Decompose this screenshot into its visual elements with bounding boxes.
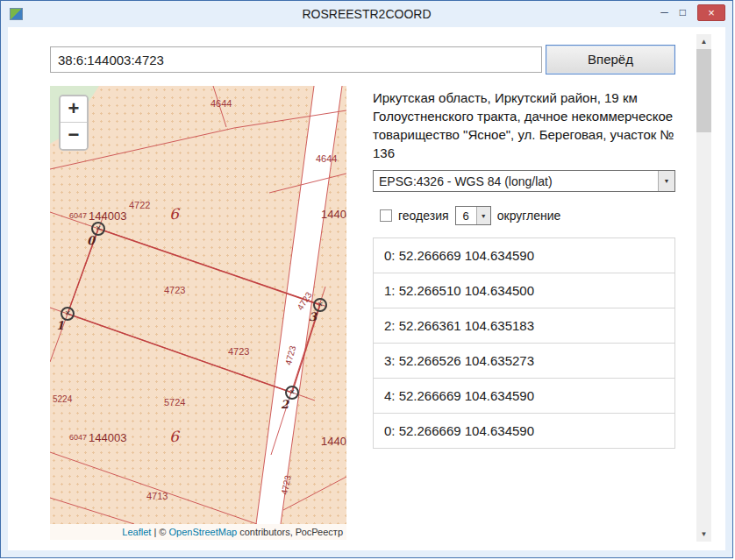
parcel-label: 5724 [164, 397, 185, 408]
chevron-down-icon[interactable]: ▼ [658, 171, 674, 191]
parcel-label: 4722 [129, 200, 150, 210]
caption-buttons: ─ □ × [660, 3, 725, 22]
vertex-marker-label: 3 [309, 310, 317, 323]
scrollbar-thumb[interactable] [696, 49, 711, 132]
coordinates-list: 0: 52.266669 104.634590 1: 52.266510 104… [373, 237, 675, 449]
parcel-label: 1440 [321, 208, 346, 221]
coordinate-row[interactable]: 2: 52.266361 104.635183 [373, 308, 675, 344]
maximize-button[interactable]: □ [680, 4, 686, 21]
coordinate-row[interactable]: 0: 52.266669 104.634590 [373, 237, 675, 273]
parcel-label: 4723 [228, 346, 249, 357]
parcel-label: 6047 [69, 211, 87, 220]
app-icon[interactable] [10, 8, 23, 20]
geodesy-label: геодезия [398, 209, 449, 223]
crs-selected-value: EPSG:4326 - WGS 84 (long/lat) [379, 174, 553, 188]
cadastral-number-input[interactable] [50, 46, 542, 73]
zoom-out-button[interactable]: − [61, 123, 87, 149]
vertex-marker-label: 0 [87, 234, 95, 247]
parcel-label: 6047 [69, 433, 87, 442]
parcel-label: 4644 [316, 153, 337, 164]
parcel-label: 4713 [146, 491, 168, 501]
info-panel: Иркутская область, Иркутский район, 19 к… [373, 89, 675, 162]
scroll-up-icon[interactable]: ▲ [696, 34, 711, 49]
parcel-label: 4644 [211, 98, 232, 109]
coordinate-row[interactable]: 4: 52.266669 104.634590 [373, 378, 675, 414]
window-title: ROSREESTR2COORD [1, 1, 732, 27]
map-canvas[interactable]: 4644464447226047144003614404723472347234… [50, 86, 346, 524]
parcel-label: 4723 [164, 285, 185, 295]
vertical-scrollbar[interactable]: ▲ ▼ [696, 34, 711, 542]
parcel-label: 6 [169, 205, 179, 223]
close-button[interactable]: × [697, 4, 725, 21]
vertex-marker-label: 1 [56, 319, 64, 332]
parcel-label: 1440 [321, 435, 346, 448]
scroll-down-icon[interactable]: ▼ [696, 527, 711, 542]
rounding-select[interactable]: 6 ▼ [455, 206, 491, 225]
chevron-down-icon[interactable]: ▼ [476, 207, 490, 224]
rounding-label: округление [497, 209, 561, 223]
app-window: ROSREESTR2COORD ─ □ × Вперёд [0, 0, 733, 558]
leaflet-link[interactable]: Leaflet [122, 527, 151, 537]
coordinate-row[interactable]: 3: 52.266526 104.635273 [373, 343, 675, 379]
forward-button[interactable]: Вперёд [546, 45, 675, 74]
crs-select[interactable]: EPSG:4326 - WGS 84 (long/lat) ▼ [373, 170, 675, 192]
parcel-label: 6 [169, 428, 179, 445]
vertex-marker-label: 2 [281, 398, 289, 411]
zoom-control: + − [59, 95, 89, 151]
options-row: геодезия 6 ▼ округление [380, 206, 560, 225]
openstreetmap-link[interactable]: OpenStreetMap [168, 527, 237, 537]
parcel-label: 5224 [53, 394, 72, 404]
parcel-label: 144003 [89, 209, 126, 223]
attribution-suffix: contributors, РосРеестр [237, 527, 343, 537]
titlebar[interactable]: ROSREESTR2COORD ─ □ × [1, 1, 732, 27]
coordinate-row[interactable]: 0: 52.266669 104.634590 [373, 413, 675, 449]
parcel-label: 144003 [89, 431, 126, 444]
minimize-button[interactable]: ─ [660, 4, 668, 21]
coordinate-row[interactable]: 1: 52.266510 104.634500 [373, 273, 675, 308]
attribution-separator: | © [151, 527, 168, 537]
map-container: 4644464447226047144003614404723472347234… [50, 86, 346, 540]
zoom-in-button[interactable]: + [61, 96, 87, 123]
geodesy-checkbox[interactable] [380, 209, 392, 222]
address-text: Иркутская область, Иркутский район, 19 к… [373, 89, 675, 162]
rounding-selected-value: 6 [463, 209, 469, 223]
client-area: Вперёд [8, 27, 725, 550]
map-attribution: Leaflet | © OpenStreetMap contributors, … [50, 524, 346, 540]
